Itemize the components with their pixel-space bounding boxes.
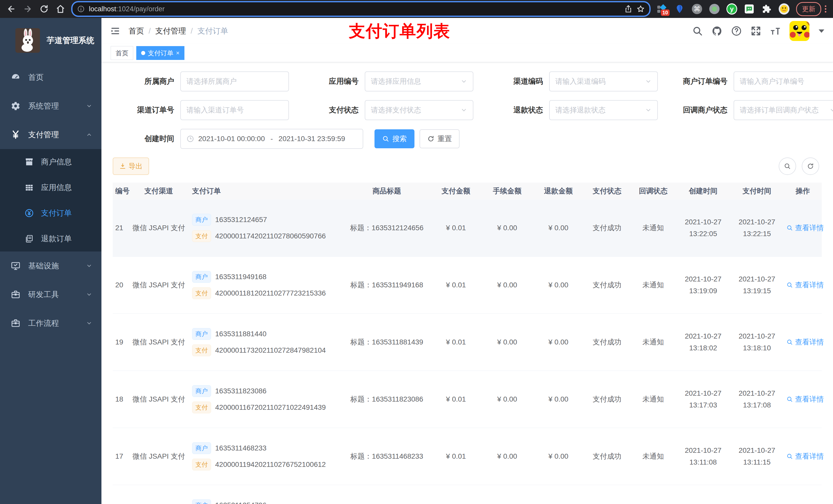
- search-button-label: 搜索: [392, 134, 407, 144]
- url-text[interactable]: localhost:1024/pay/order: [89, 5, 165, 13]
- export-button-label: 导出: [128, 162, 142, 171]
- filter-label-merchant-order-no: 商户订单编号: [666, 76, 734, 87]
- extension-record-icon[interactable]: [709, 4, 720, 14]
- search-icon: [786, 282, 793, 288]
- placeholder: 请选择退款状态: [555, 105, 642, 115]
- breadcrumb-payment[interactable]: 支付管理: [155, 26, 186, 37]
- help-icon[interactable]: [731, 26, 742, 37]
- extension-balloon-icon[interactable]: [674, 4, 685, 14]
- pay-status-select[interactable]: 请选择支付状态: [365, 100, 473, 120]
- view-detail-link[interactable]: 查看详情: [786, 337, 824, 347]
- user-avatar[interactable]: [789, 21, 809, 41]
- cell-notify-status: 未通知: [630, 257, 676, 314]
- url-bar[interactable]: localhost:1024/pay/order: [71, 1, 651, 17]
- browser-menu-icon[interactable]: [825, 5, 826, 13]
- extension-gem-icon[interactable]: 10: [657, 4, 668, 14]
- close-icon[interactable]: ×: [176, 50, 180, 56]
- tab-home[interactable]: 首页: [111, 46, 133, 60]
- merchant-order-no-input[interactable]: 请输入商户订单编号: [734, 71, 833, 91]
- col-pay-time: 支付时间: [730, 183, 784, 199]
- sidebar-item-infra[interactable]: 基础设施: [0, 251, 101, 280]
- filter-label-channel-code: 渠道编码: [481, 76, 549, 87]
- extension-chat-icon[interactable]: [744, 4, 755, 14]
- table-row: 20 微信 JSAPI 支付 商户1635311949168 支付4200001…: [113, 257, 822, 314]
- create-time-range-input[interactable]: 2021-10-01 00:00:00 - 2021-10-31 23:59:5…: [180, 129, 363, 149]
- back-icon[interactable]: [7, 4, 16, 14]
- sidebar-item-pay-order[interactable]: 支付订单: [0, 200, 101, 226]
- tab-label: 支付订单: [148, 49, 173, 57]
- merchant-input[interactable]: 请选择所属商户: [180, 71, 289, 91]
- extension-y-icon[interactable]: y: [727, 4, 737, 14]
- cell-create-time: 2021-10-2713:22:05: [676, 199, 730, 257]
- col-channel: 支付渠道: [128, 183, 190, 199]
- refresh-icon: [427, 135, 434, 142]
- sidebar-item-home[interactable]: 首页: [0, 63, 101, 92]
- avatar-caret-icon[interactable]: [819, 29, 824, 33]
- cell-amount: ¥ 0.01: [430, 257, 481, 314]
- active-dot-icon: [141, 51, 145, 55]
- pay-order-no: 4200001173202110272847982104: [215, 346, 326, 355]
- sidebar-item-app-info[interactable]: 应用信息: [0, 175, 101, 200]
- toggle-search-button[interactable]: [779, 158, 796, 175]
- github-icon[interactable]: [712, 26, 722, 37]
- table-row: 21 微信 JSAPI 支付 商户1635312124657 支付4200001…: [113, 199, 822, 257]
- placeholder: 请输入商户订单编号: [740, 77, 833, 86]
- sidebar-item-dev-tools[interactable]: 研发工具: [0, 280, 101, 309]
- tab-pay-order[interactable]: 支付订单 ×: [136, 46, 185, 60]
- bookmark-star-icon[interactable]: [637, 5, 645, 13]
- table-row-partial: 商户1635311354796: [113, 485, 822, 504]
- cell-pay-order: 商户1635311468233 支付4200001194202110276752…: [190, 428, 343, 485]
- reload-icon[interactable]: [40, 4, 49, 14]
- app-select[interactable]: 请选择应用信息: [365, 71, 473, 91]
- sidebar-collapse-icon[interactable]: [110, 26, 120, 36]
- cell-notify-status: 未通知: [630, 428, 676, 485]
- view-detail-link[interactable]: 查看详情: [786, 280, 824, 290]
- extensions-puzzle-icon[interactable]: [761, 4, 772, 14]
- search-button[interactable]: 搜索: [375, 129, 414, 148]
- view-detail-link[interactable]: 查看详情: [786, 452, 824, 461]
- browser-extensions: 10 ⌘ y: [657, 2, 826, 16]
- cell-actions: 查看详情: [784, 257, 822, 314]
- profile-emoji-icon[interactable]: [779, 4, 789, 14]
- url-path: :1024/pay/order: [116, 5, 165, 13]
- forward-icon[interactable]: [23, 4, 32, 14]
- sidebar-item-label: 基础设施: [28, 261, 59, 271]
- site-info-icon[interactable]: [77, 5, 85, 13]
- extension-command-icon[interactable]: ⌘: [692, 4, 703, 14]
- cell-pay-time: 2021-10-2713:11:15: [730, 428, 784, 485]
- reset-button[interactable]: 重置: [420, 129, 459, 148]
- browser-update-button[interactable]: 更新: [796, 2, 821, 16]
- sidebar-item-payment[interactable]: 支付管理: [0, 120, 101, 149]
- col-pay-status: 支付状态: [584, 183, 630, 199]
- fullscreen-icon[interactable]: [751, 26, 761, 37]
- cell-refund: ¥ 0.00: [533, 428, 584, 485]
- yen-icon: [11, 130, 21, 140]
- sidebar-item-workflow[interactable]: 工作流程: [0, 309, 101, 338]
- channel-code-select[interactable]: 请输入渠道编码: [549, 71, 658, 91]
- home-icon[interactable]: [56, 4, 65, 14]
- refresh-table-button[interactable]: [802, 158, 819, 175]
- url-host: localhost: [89, 5, 116, 13]
- chevron-down-icon: [460, 78, 467, 85]
- date-end: 2021-10-31 23:59:59: [279, 135, 345, 143]
- refund-status-select[interactable]: 请选择退款状态: [549, 100, 658, 120]
- sidebar-item-merchant-info[interactable]: 商户信息: [0, 149, 101, 175]
- sidebar-item-refund-order[interactable]: 退款订单: [0, 226, 101, 251]
- navbar: 首页 / 支付管理 / 支付订单 支付订单列表: [101, 18, 833, 44]
- font-size-icon[interactable]: [770, 26, 781, 37]
- sidebar-logo[interactable]: 芋道管理系统: [0, 18, 101, 63]
- cell-pay-order: 商户1635311823086 支付4200001167202110271022…: [190, 371, 343, 428]
- sidebar-item-system[interactable]: 系统管理: [0, 92, 101, 120]
- export-button[interactable]: 导出: [113, 158, 149, 175]
- pay-order-no: 4200001181202110277723215336: [215, 289, 326, 297]
- share-icon[interactable]: [624, 5, 633, 13]
- cell-fee: ¥ 0.00: [481, 199, 533, 257]
- channel-order-no-input[interactable]: 请输入渠道订单号: [180, 100, 289, 120]
- sidebar-item-label: 系统管理: [28, 101, 59, 112]
- cell-refund: ¥ 0.00: [533, 199, 584, 257]
- view-detail-link[interactable]: 查看详情: [786, 394, 824, 404]
- notify-status-select[interactable]: 请选择订单回调商户状态: [734, 100, 833, 120]
- breadcrumb-home[interactable]: 首页: [128, 26, 144, 37]
- view-detail-link[interactable]: 查看详情: [786, 223, 824, 233]
- header-search-icon[interactable]: [692, 26, 703, 37]
